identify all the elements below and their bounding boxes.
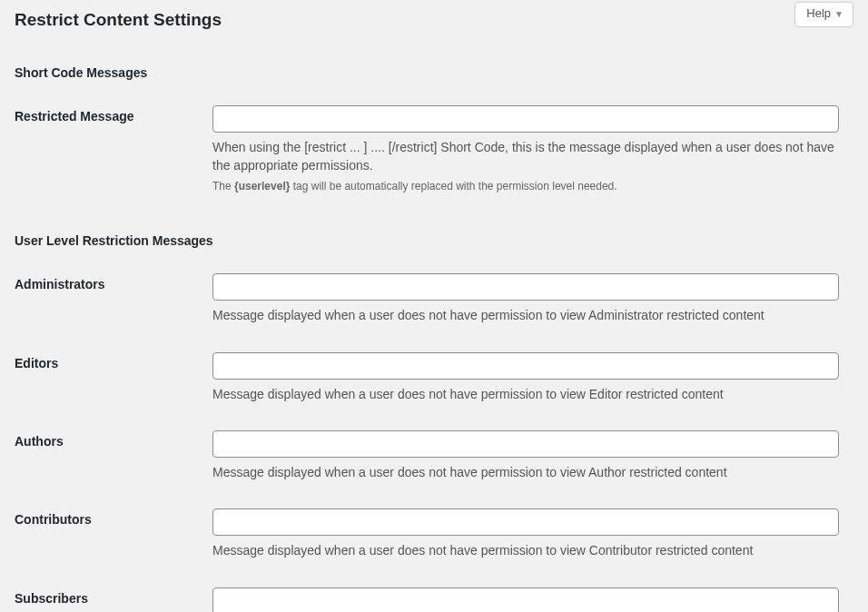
subscribers-label: Subscribers <box>15 587 212 606</box>
contributors-input[interactable] <box>212 508 839 536</box>
administrators-help: Message displayed when a user does not h… <box>212 306 839 324</box>
editors-label: Editors <box>15 352 212 370</box>
administrators-label: Administrators <box>15 273 212 291</box>
section-heading-userlevel: User Level Restriction Messages <box>15 233 853 248</box>
restricted-message-input[interactable] <box>212 105 839 133</box>
section-heading-shortcode: Short Code Messages <box>15 65 853 80</box>
administrators-input[interactable] <box>212 273 839 301</box>
restricted-message-label: Restricted Message <box>15 105 212 123</box>
authors-input[interactable] <box>212 430 839 458</box>
restricted-message-help: When using the [restrict ... ] .... [/re… <box>212 138 839 175</box>
authors-label: Authors <box>15 430 212 449</box>
subscribers-input[interactable] <box>212 587 839 612</box>
contributors-label: Contributors <box>15 508 212 527</box>
help-button-label: Help <box>806 6 831 22</box>
restricted-message-help-tag: The {userlevel} tag will be automaticall… <box>212 179 839 194</box>
chevron-down-icon: ▼ <box>834 8 843 20</box>
help-button[interactable]: Help ▼ <box>794 2 853 27</box>
contributors-help: Message displayed when a user does not h… <box>212 541 839 559</box>
authors-help: Message displayed when a user does not h… <box>212 463 839 481</box>
page-title: Restrict Content Settings <box>15 0 853 30</box>
editors-input[interactable] <box>212 352 839 380</box>
editors-help: Message displayed when a user does not h… <box>212 385 839 403</box>
